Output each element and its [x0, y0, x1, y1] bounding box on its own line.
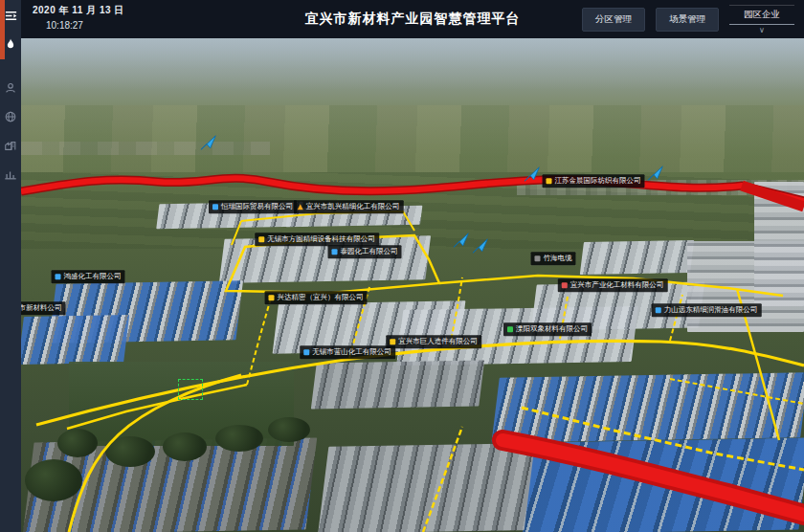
sidebar-item-network[interactable]: [0, 102, 21, 131]
tree: [105, 436, 155, 467]
globe-icon: [4, 110, 17, 123]
factory-icon: [390, 339, 395, 344]
company-label[interactable]: 江苏金晨国际纺织有限公司: [543, 174, 645, 188]
map-canvas[interactable]: 恒瑞国际贸易有限公司宜兴市凯兴精细化工有限公司无锡市方圆精细设备科技有限公司泰园…: [0, 38, 804, 532]
factory-icon: [258, 236, 264, 242]
company-label[interactable]: 恒瑞国际贸易有限公司: [209, 200, 297, 213]
menu-fold-icon: [4, 9, 18, 23]
flame-icon: [4, 37, 17, 52]
drone-marker-icon[interactable]: [452, 233, 472, 253]
horizon-haze: [0, 38, 804, 90]
dropdown-label: 园区企业: [729, 9, 794, 25]
company-label-text: 江苏金晨国际纺织有限公司: [555, 177, 641, 185]
company-label[interactable]: 无锡市蓝山化工有限公司: [300, 345, 395, 359]
building-icon: [562, 282, 568, 288]
building-icon: [212, 204, 218, 210]
bar-chart-icon: [4, 167, 17, 181]
tree: [268, 417, 310, 442]
company-label-text: 宜兴市巨人造件有限公司: [398, 338, 478, 345]
company-label[interactable]: 无锡市方圆精细设备科技有限公司: [255, 233, 379, 246]
top-header: 宜兴市新材料产业园智慧管理平台 2020 年 11 月 13 日 10:18:2…: [21, 0, 804, 38]
company-label[interactable]: 泰园化工有限公司: [328, 245, 402, 258]
tree: [25, 459, 82, 501]
building-icon: [56, 274, 61, 279]
building-cluster: [523, 437, 804, 532]
building-cluster: [754, 182, 804, 306]
drone-marker-icon[interactable]: [471, 238, 491, 258]
company-label[interactable]: 溧阳双象材料有限公司: [503, 322, 592, 336]
drone-marker-icon[interactable]: [523, 166, 543, 187]
chevron-down-icon: ∨: [729, 26, 794, 34]
company-label[interactable]: 宜兴市巨人造件有限公司: [386, 335, 481, 348]
building-cluster: [491, 372, 804, 443]
selection-box: [178, 379, 203, 400]
company-label-text: 力山远东精细润滑油有限公司: [664, 306, 758, 314]
company-label-text: 无锡市蓝山化工有限公司: [312, 348, 391, 356]
company-label-text: 泰园化工有限公司: [341, 248, 398, 255]
leaf-icon: [507, 326, 513, 332]
company-label-text: 恒瑞国际贸易有限公司: [221, 203, 293, 211]
datetime: 2020 年 11 月 13 日 10:18:27: [33, 4, 124, 31]
company-label-text: 竹海电缆: [544, 255, 572, 262]
company-label[interactable]: 兴达精密（宜兴）有限公司: [265, 291, 368, 304]
company-label[interactable]: 鸿盛化工有限公司: [52, 270, 125, 283]
company-label-text: 宜兴市凯兴精细化工有限公司: [306, 203, 400, 211]
left-sidebar: [0, 0, 21, 532]
user-icon: [4, 81, 17, 95]
time-label: 10:18:27: [46, 20, 124, 31]
scene-management-button[interactable]: 场景管理: [656, 8, 719, 32]
building-cluster: [318, 443, 535, 532]
building-cluster: [580, 240, 694, 275]
building-cluster: [18, 315, 129, 365]
company-label[interactable]: 力山远东精细润滑油有限公司: [652, 303, 762, 317]
app-window: 恒瑞国际贸易有限公司宜兴市凯兴精细化工有限公司无锡市方圆精细设备科技有限公司泰园…: [0, 0, 804, 532]
sidebar-item-enterprise[interactable]: [0, 131, 21, 160]
flag-icon: [547, 178, 552, 184]
far-fields: [21, 105, 804, 172]
company-label-text: 鸿盛化工有限公司: [64, 273, 122, 280]
drone-marker-icon[interactable]: [646, 166, 666, 186]
zone-management-button[interactable]: 分区管理: [582, 8, 645, 32]
tree: [163, 432, 207, 461]
company-label[interactable]: 竹海电缆: [531, 252, 576, 265]
company-label-text: 无锡市方圆精细设备科技有限公司: [267, 235, 375, 243]
user-icon: [332, 249, 338, 255]
active-accent-bar: [0, 0, 5, 59]
sidebar-item-users[interactable]: [0, 74, 21, 102]
company-label[interactable]: 宜兴市产业化工材料有限公司: [558, 278, 668, 292]
tree: [57, 429, 98, 457]
factory-icon: [4, 139, 17, 152]
sidebar-item-statistics[interactable]: [0, 160, 21, 188]
tree: [215, 425, 263, 452]
building-icon: [303, 349, 309, 355]
park-enterprise-dropdown[interactable]: 园区企业 ∨: [729, 5, 794, 34]
dot-icon: [535, 255, 541, 261]
building-cluster: [311, 360, 484, 409]
shield-icon: [269, 295, 275, 300]
alert-triangle-icon: [298, 204, 303, 210]
company-label[interactable]: 宜兴市凯兴精细化工有限公司: [294, 200, 404, 213]
date-label: 2020 年 11 月 13 日: [33, 4, 124, 17]
note-icon: [656, 307, 661, 313]
company-label-text: 宜兴市产业化工材料有限公司: [570, 281, 664, 289]
company-label-text: 溧阳双象材料有限公司: [516, 325, 588, 333]
company-label-text: 兴达精密（宜兴）有限公司: [278, 294, 364, 301]
drone-marker-icon[interactable]: [199, 135, 219, 155]
